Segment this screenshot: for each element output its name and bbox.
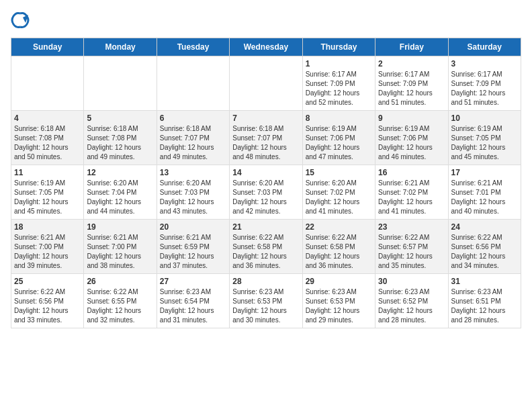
day-number: 21 (232, 222, 299, 232)
day-of-week-header: Wednesday (230, 38, 302, 56)
day-info: Sunrise: 6:22 AM Sunset: 6:58 PM Dayligh… (232, 233, 299, 271)
day-info: Sunrise: 6:19 AM Sunset: 7:06 PM Dayligh… (306, 124, 372, 162)
day-number: 5 (87, 113, 153, 123)
calendar-cell: 20Sunrise: 6:21 AM Sunset: 6:59 PM Dayli… (157, 220, 229, 274)
day-info: Sunrise: 6:21 AM Sunset: 7:00 PM Dayligh… (87, 233, 153, 271)
day-number: 18 (14, 222, 81, 232)
day-number: 3 (451, 59, 518, 68)
calendar-week-row: 11Sunrise: 6:19 AM Sunset: 7:05 PM Dayli… (11, 165, 521, 220)
day-number: 6 (160, 113, 226, 123)
day-of-week-header: Sunday (11, 38, 84, 56)
day-info: Sunrise: 6:20 AM Sunset: 7:04 PM Dayligh… (87, 179, 153, 216)
day-number: 10 (451, 113, 518, 123)
page-header (11, 11, 521, 30)
day-info: Sunrise: 6:23 AM Sunset: 6:51 PM Dayligh… (451, 287, 518, 325)
calendar-table: SundayMondayTuesdayWednesdayThursdayFrid… (11, 38, 521, 328)
day-number: 22 (306, 222, 372, 232)
day-info: Sunrise: 6:23 AM Sunset: 6:53 PM Dayligh… (306, 287, 372, 325)
day-number: 29 (306, 277, 372, 286)
calendar-week-row: 18Sunrise: 6:21 AM Sunset: 7:00 PM Dayli… (11, 220, 521, 274)
day-info: Sunrise: 6:22 AM Sunset: 6:56 PM Dayligh… (451, 233, 518, 271)
day-of-week-header: Thursday (302, 38, 375, 56)
calendar-cell: 9Sunrise: 6:19 AM Sunset: 7:06 PM Daylig… (375, 111, 448, 165)
day-info: Sunrise: 6:22 AM Sunset: 6:56 PM Dayligh… (14, 287, 81, 325)
calendar-cell: 2Sunrise: 6:17 AM Sunset: 7:09 PM Daylig… (375, 56, 448, 111)
calendar-cell: 6Sunrise: 6:18 AM Sunset: 7:07 PM Daylig… (157, 111, 229, 165)
day-number: 28 (232, 277, 299, 286)
day-info: Sunrise: 6:22 AM Sunset: 6:55 PM Dayligh… (87, 287, 153, 325)
day-number: 14 (232, 168, 299, 177)
calendar-cell: 26Sunrise: 6:22 AM Sunset: 6:55 PM Dayli… (84, 274, 157, 328)
logo-icon (11, 11, 30, 30)
day-info: Sunrise: 6:23 AM Sunset: 6:53 PM Dayligh… (232, 287, 299, 325)
calendar-cell: 12Sunrise: 6:20 AM Sunset: 7:04 PM Dayli… (84, 165, 157, 220)
calendar-cell (11, 56, 84, 111)
day-number: 2 (378, 59, 445, 68)
day-info: Sunrise: 6:17 AM Sunset: 7:09 PM Dayligh… (306, 70, 372, 107)
calendar-cell: 31Sunrise: 6:23 AM Sunset: 6:51 PM Dayli… (448, 274, 521, 328)
day-number: 9 (378, 113, 445, 123)
calendar-cell: 27Sunrise: 6:23 AM Sunset: 6:54 PM Dayli… (157, 274, 229, 328)
day-number: 26 (87, 277, 153, 286)
calendar-cell: 24Sunrise: 6:22 AM Sunset: 6:56 PM Dayli… (448, 220, 521, 274)
day-info: Sunrise: 6:18 AM Sunset: 7:08 PM Dayligh… (87, 124, 153, 162)
calendar-header: SundayMondayTuesdayWednesdayThursdayFrid… (11, 38, 521, 56)
calendar-cell: 30Sunrise: 6:23 AM Sunset: 6:52 PM Dayli… (375, 274, 448, 328)
calendar-cell: 3Sunrise: 6:17 AM Sunset: 7:09 PM Daylig… (448, 56, 521, 111)
calendar-cell: 19Sunrise: 6:21 AM Sunset: 7:00 PM Dayli… (84, 220, 157, 274)
day-number: 23 (378, 222, 445, 232)
calendar-cell (84, 56, 157, 111)
day-number: 24 (451, 222, 518, 232)
days-of-week-row: SundayMondayTuesdayWednesdayThursdayFrid… (11, 38, 521, 56)
day-number: 7 (232, 113, 299, 123)
calendar-week-row: 4Sunrise: 6:18 AM Sunset: 7:08 PM Daylig… (11, 111, 521, 165)
calendar-cell (230, 56, 302, 111)
calendar-cell: 15Sunrise: 6:20 AM Sunset: 7:02 PM Dayli… (302, 165, 375, 220)
calendar-cell: 17Sunrise: 6:21 AM Sunset: 7:01 PM Dayli… (448, 165, 521, 220)
calendar-cell: 4Sunrise: 6:18 AM Sunset: 7:08 PM Daylig… (11, 111, 84, 165)
calendar-cell: 22Sunrise: 6:22 AM Sunset: 6:58 PM Dayli… (302, 220, 375, 274)
day-number: 11 (14, 168, 81, 177)
day-number: 4 (14, 113, 81, 123)
logo (11, 11, 32, 30)
calendar-cell: 7Sunrise: 6:18 AM Sunset: 7:07 PM Daylig… (230, 111, 302, 165)
calendar-cell: 10Sunrise: 6:19 AM Sunset: 7:05 PM Dayli… (448, 111, 521, 165)
day-info: Sunrise: 6:18 AM Sunset: 7:07 PM Dayligh… (160, 124, 226, 162)
calendar-cell: 1Sunrise: 6:17 AM Sunset: 7:09 PM Daylig… (302, 56, 375, 111)
day-info: Sunrise: 6:17 AM Sunset: 7:09 PM Dayligh… (378, 70, 445, 107)
day-info: Sunrise: 6:19 AM Sunset: 7:05 PM Dayligh… (451, 124, 518, 162)
calendar-cell: 11Sunrise: 6:19 AM Sunset: 7:05 PM Dayli… (11, 165, 84, 220)
day-number: 16 (378, 168, 445, 177)
day-number: 8 (306, 113, 372, 123)
day-info: Sunrise: 6:18 AM Sunset: 7:07 PM Dayligh… (232, 124, 299, 162)
day-info: Sunrise: 6:23 AM Sunset: 6:52 PM Dayligh… (378, 287, 445, 325)
calendar-cell: 25Sunrise: 6:22 AM Sunset: 6:56 PM Dayli… (11, 274, 84, 328)
day-of-week-header: Saturday (448, 38, 521, 56)
day-info: Sunrise: 6:21 AM Sunset: 6:59 PM Dayligh… (160, 233, 226, 271)
day-number: 30 (378, 277, 445, 286)
day-info: Sunrise: 6:23 AM Sunset: 6:54 PM Dayligh… (160, 287, 226, 325)
day-number: 19 (87, 222, 153, 232)
day-number: 12 (87, 168, 153, 177)
day-info: Sunrise: 6:18 AM Sunset: 7:08 PM Dayligh… (14, 124, 81, 162)
calendar-cell: 28Sunrise: 6:23 AM Sunset: 6:53 PM Dayli… (230, 274, 302, 328)
day-info: Sunrise: 6:22 AM Sunset: 6:58 PM Dayligh… (306, 233, 372, 271)
calendar-week-row: 1Sunrise: 6:17 AM Sunset: 7:09 PM Daylig… (11, 56, 521, 111)
day-info: Sunrise: 6:19 AM Sunset: 7:05 PM Dayligh… (14, 179, 81, 216)
day-info: Sunrise: 6:21 AM Sunset: 7:01 PM Dayligh… (451, 179, 518, 216)
day-info: Sunrise: 6:20 AM Sunset: 7:03 PM Dayligh… (160, 179, 226, 216)
day-number: 17 (451, 168, 518, 177)
calendar-body: 1Sunrise: 6:17 AM Sunset: 7:09 PM Daylig… (11, 56, 521, 328)
calendar-cell: 5Sunrise: 6:18 AM Sunset: 7:08 PM Daylig… (84, 111, 157, 165)
day-info: Sunrise: 6:22 AM Sunset: 6:57 PM Dayligh… (378, 233, 445, 271)
day-number: 31 (451, 277, 518, 286)
calendar-cell: 14Sunrise: 6:20 AM Sunset: 7:03 PM Dayli… (230, 165, 302, 220)
day-info: Sunrise: 6:20 AM Sunset: 7:03 PM Dayligh… (232, 179, 299, 216)
calendar-cell (157, 56, 229, 111)
day-number: 15 (306, 168, 372, 177)
day-number: 27 (160, 277, 226, 286)
calendar-cell: 13Sunrise: 6:20 AM Sunset: 7:03 PM Dayli… (157, 165, 229, 220)
day-of-week-header: Tuesday (157, 38, 229, 56)
day-info: Sunrise: 6:21 AM Sunset: 7:00 PM Dayligh… (14, 233, 81, 271)
day-info: Sunrise: 6:17 AM Sunset: 7:09 PM Dayligh… (451, 70, 518, 107)
